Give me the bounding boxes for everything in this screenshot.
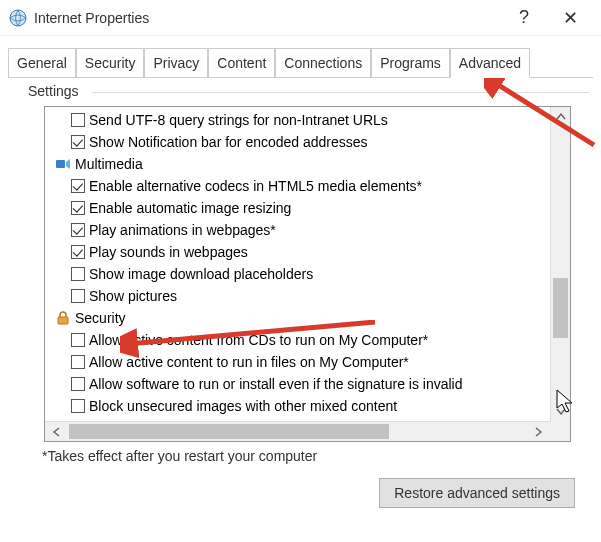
lock-icon bbox=[55, 310, 71, 326]
settings-group-header: Security bbox=[45, 307, 570, 329]
restore-advanced-button[interactable]: Restore advanced settings bbox=[379, 478, 575, 508]
checkbox-label: Play animations in webpages* bbox=[89, 219, 276, 241]
checkbox-label: Allow active content from CDs to run on … bbox=[89, 329, 428, 351]
group-label: Multimedia bbox=[75, 153, 143, 175]
settings-checkbox-item[interactable]: Allow software to run or install even if… bbox=[45, 373, 570, 395]
restart-footnote: *Takes effect after you restart your com… bbox=[42, 448, 589, 464]
checkbox[interactable] bbox=[71, 355, 85, 369]
horizontal-scrollbar[interactable] bbox=[45, 421, 550, 441]
settings-checkbox-item[interactable]: Send UTF-8 query strings for non-Intrane… bbox=[45, 109, 570, 131]
checkbox[interactable] bbox=[71, 113, 85, 127]
svg-point-0 bbox=[10, 10, 26, 26]
tab-connections[interactable]: Connections bbox=[275, 48, 371, 78]
scroll-right-icon[interactable] bbox=[526, 422, 550, 441]
scroll-left-icon[interactable] bbox=[45, 422, 69, 441]
checkbox-label: Send UTF-8 query strings for non-Intrane… bbox=[89, 109, 388, 131]
svg-rect-2 bbox=[58, 317, 68, 324]
settings-checkbox-item[interactable]: Play sounds in webpages bbox=[45, 241, 570, 263]
tab-strip: General Security Privacy Content Connect… bbox=[0, 36, 601, 78]
checkbox-label: Show Notification bar for encoded addres… bbox=[89, 131, 368, 153]
settings-checkbox-item[interactable]: Enable alternative codecs in HTML5 media… bbox=[45, 175, 570, 197]
checkbox-label: Allow active content to run in files on … bbox=[89, 351, 409, 373]
checkbox-label: Block unsecured images with other mixed … bbox=[89, 395, 397, 417]
tab-content[interactable]: Content bbox=[208, 48, 275, 78]
settings-listview[interactable]: Send UTF-8 query strings for non-Intrane… bbox=[44, 106, 571, 442]
checkbox[interactable] bbox=[71, 377, 85, 391]
scroll-thumb-horizontal[interactable] bbox=[69, 424, 389, 439]
tab-privacy[interactable]: Privacy bbox=[144, 48, 208, 78]
settings-group-header: Multimedia bbox=[45, 153, 570, 175]
close-button[interactable]: ✕ bbox=[559, 7, 581, 29]
checkbox-label: Play sounds in webpages bbox=[89, 241, 248, 263]
checkbox-label: Allow software to run or install even if… bbox=[89, 373, 463, 395]
tab-programs[interactable]: Programs bbox=[371, 48, 450, 78]
checkbox[interactable] bbox=[71, 333, 85, 347]
checkbox[interactable] bbox=[71, 399, 85, 413]
checkbox[interactable] bbox=[71, 289, 85, 303]
group-label: Security bbox=[75, 307, 126, 329]
checkbox-label: Enable alternative codecs in HTML5 media… bbox=[89, 175, 422, 197]
tab-security[interactable]: Security bbox=[76, 48, 145, 78]
checkbox[interactable] bbox=[71, 201, 85, 215]
checkbox-label: Enable automatic image resizing bbox=[89, 197, 291, 219]
checkbox-label: Show pictures bbox=[89, 285, 177, 307]
settings-checkbox-item[interactable]: Allow active content from CDs to run on … bbox=[45, 329, 570, 351]
checkbox[interactable] bbox=[71, 223, 85, 237]
settings-checkbox-item[interactable]: Enable automatic image resizing bbox=[45, 197, 570, 219]
multimedia-icon bbox=[55, 156, 71, 172]
window-title: Internet Properties bbox=[34, 10, 513, 26]
settings-groupbox: Settings Send UTF-8 query strings for no… bbox=[12, 92, 589, 508]
scroll-up-icon[interactable] bbox=[551, 107, 570, 127]
settings-checkbox-item[interactable]: Block unsecured images with other mixed … bbox=[45, 395, 570, 417]
checkbox[interactable] bbox=[71, 135, 85, 149]
settings-checkbox-item[interactable]: Show pictures bbox=[45, 285, 570, 307]
settings-checkbox-item[interactable]: Show Notification bar for encoded addres… bbox=[45, 131, 570, 153]
vertical-scrollbar[interactable] bbox=[550, 107, 570, 421]
settings-checkbox-item[interactable]: Show image download placeholders bbox=[45, 263, 570, 285]
checkbox[interactable] bbox=[71, 245, 85, 259]
checkbox[interactable] bbox=[71, 267, 85, 281]
tab-advanced[interactable]: Advanced bbox=[450, 48, 530, 78]
internet-options-icon bbox=[8, 8, 28, 28]
checkbox-label: Show image download placeholders bbox=[89, 263, 313, 285]
help-button[interactable]: ? bbox=[513, 7, 535, 29]
settings-checkbox-item[interactable]: Allow active content to run in files on … bbox=[45, 351, 570, 373]
tab-general[interactable]: General bbox=[8, 48, 76, 78]
svg-rect-1 bbox=[56, 160, 65, 168]
scroll-down-icon[interactable] bbox=[551, 401, 570, 421]
scroll-corner bbox=[550, 421, 570, 441]
settings-checkbox-item[interactable]: Play animations in webpages* bbox=[45, 219, 570, 241]
settings-label: Settings bbox=[24, 83, 83, 99]
scroll-thumb-vertical[interactable] bbox=[553, 278, 568, 338]
titlebar: Internet Properties ? ✕ bbox=[0, 0, 601, 36]
checkbox[interactable] bbox=[71, 179, 85, 193]
